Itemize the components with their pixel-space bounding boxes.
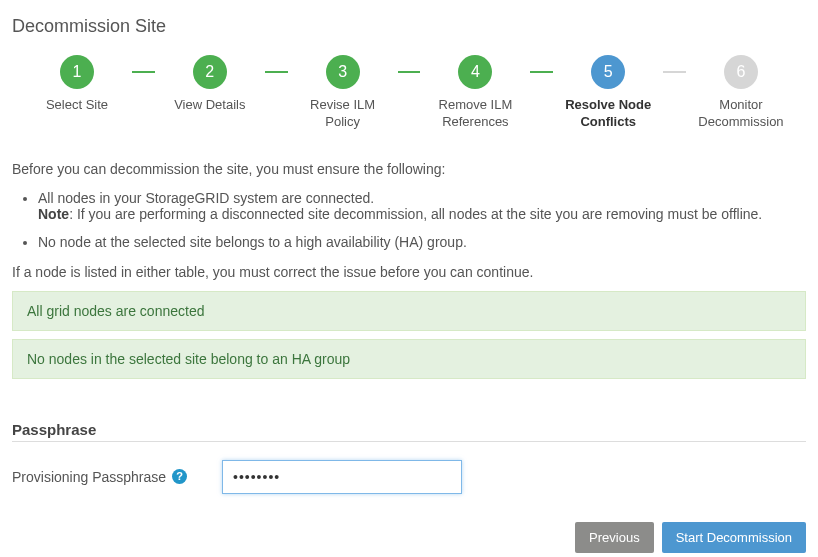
step-2-circle: 2 (193, 55, 227, 89)
step-2-label: View Details (174, 97, 245, 114)
alert-no-ha-group: No nodes in the selected site belong to … (12, 339, 806, 379)
requirement-1-text: All nodes in your StorageGRID system are… (38, 190, 374, 206)
requirement-2: No node at the selected site belongs to … (38, 234, 806, 250)
step-6: 6 Monitor Decommission (686, 55, 796, 131)
previous-button[interactable]: Previous (575, 522, 654, 553)
step-2: 2 View Details (155, 55, 265, 114)
button-row: Previous Start Decommission (12, 522, 806, 553)
step-4-label: Remove ILM References (425, 97, 525, 131)
step-3-circle: 3 (326, 55, 360, 89)
page-title: Decommission Site (12, 16, 806, 37)
help-icon[interactable]: ? (172, 469, 187, 484)
step-5-circle: 5 (591, 55, 625, 89)
step-4-circle: 4 (458, 55, 492, 89)
connector-5-6 (663, 71, 686, 73)
stepper: 1 Select Site 2 View Details 3 Revise IL… (22, 55, 796, 131)
intro-text: Before you can decommission the site, yo… (12, 159, 806, 180)
step-6-label: Monitor Decommission (691, 97, 791, 131)
connector-2-3 (265, 71, 288, 73)
passphrase-label: Provisioning Passphrase ? (12, 469, 222, 485)
step-6-circle: 6 (724, 55, 758, 89)
passphrase-row: Provisioning Passphrase ? (12, 460, 806, 494)
start-decommission-button[interactable]: Start Decommission (662, 522, 806, 553)
passphrase-section-title: Passphrase (12, 421, 806, 442)
step-5: 5 Resolve Node Conflicts (553, 55, 663, 131)
connector-1-2 (132, 71, 155, 73)
requirement-1-note: : If you are performing a disconnected s… (69, 206, 762, 222)
passphrase-input[interactable] (222, 460, 462, 494)
connector-3-4 (398, 71, 421, 73)
passphrase-label-text: Provisioning Passphrase (12, 469, 166, 485)
step-3-label: Revise ILM Policy (293, 97, 393, 131)
step-4: 4 Remove ILM References (420, 55, 530, 131)
step-1: 1 Select Site (22, 55, 132, 114)
step-1-circle: 1 (60, 55, 94, 89)
alert-nodes-connected: All grid nodes are connected (12, 291, 806, 331)
sub-text: If a node is listed in either table, you… (12, 262, 806, 283)
connector-4-5 (530, 71, 553, 73)
requirements-list: All nodes in your StorageGRID system are… (38, 190, 806, 250)
requirement-1-note-label: Note (38, 206, 69, 222)
requirement-1: All nodes in your StorageGRID system are… (38, 190, 806, 222)
step-3: 3 Revise ILM Policy (288, 55, 398, 131)
step-1-label: Select Site (46, 97, 108, 114)
step-5-label: Resolve Node Conflicts (558, 97, 658, 131)
